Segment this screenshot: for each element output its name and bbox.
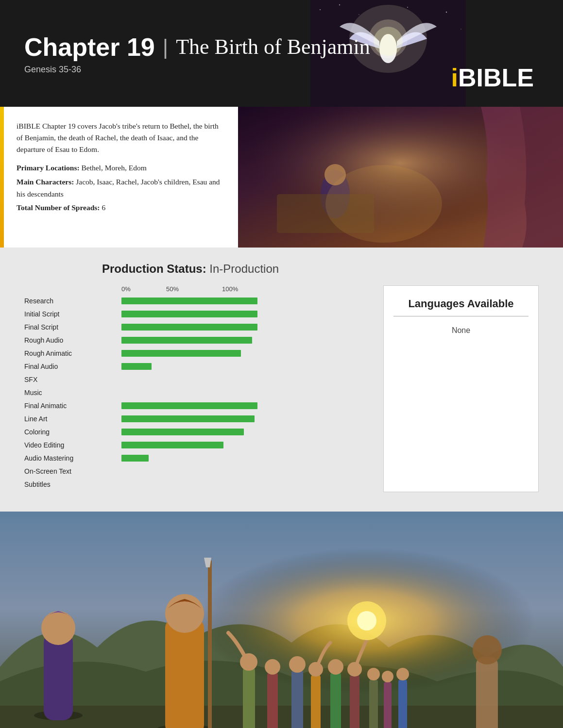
bar-row: Video Editing	[24, 440, 369, 450]
bar-row: Final Script	[24, 322, 369, 332]
svg-rect-45	[476, 657, 498, 728]
axis-0pct: 0%	[121, 285, 166, 293]
bar-row: Music	[24, 387, 369, 398]
bar-row: On-Screen Text	[24, 466, 369, 477]
bar-track	[121, 481, 257, 488]
logo-text: iBIBLE	[451, 63, 534, 92]
bar-track	[121, 429, 257, 435]
bar-fill	[121, 455, 149, 462]
bars-container: ResearchInitial ScriptFinal ScriptRough …	[24, 296, 369, 490]
svg-rect-37	[350, 674, 359, 728]
bar-row: Audio Mastering	[24, 453, 369, 463]
bar-track	[121, 402, 257, 409]
bar-track	[121, 415, 257, 422]
bar-label: Line Art	[24, 415, 121, 423]
bar-label: Coloring	[24, 428, 121, 436]
svg-rect-33	[311, 674, 321, 728]
bar-track	[121, 442, 257, 448]
svg-point-4	[407, 7, 408, 8]
description-text-panel: iBIBLE Chapter 19 covers Jacob's tribe's…	[0, 107, 238, 248]
svg-point-3	[358, 14, 359, 15]
chart-axis: 0% 50% 100%	[121, 285, 369, 293]
bar-track	[121, 337, 257, 344]
languages-divider	[393, 316, 529, 316]
primary-locations-row: Primary Locations: Bethel, Moreh, Edom	[17, 162, 222, 174]
header-text-block: Chapter 19 | The Birth of Benjamin Genes…	[0, 18, 394, 89]
bar-track	[121, 324, 257, 331]
main-characters-row: Main Characters: Jacob, Isaac, Rachel, J…	[17, 176, 222, 200]
svg-point-32	[289, 656, 306, 673]
bar-track	[121, 363, 257, 370]
bar-fill	[121, 298, 257, 304]
description-art-inner	[238, 107, 563, 248]
ibible-logo: iBIBLE	[451, 63, 534, 92]
bar-fill	[121, 415, 255, 422]
bar-label: Final Audio	[24, 363, 121, 370]
bar-row: Line Art	[24, 414, 369, 424]
bar-fill	[121, 402, 257, 409]
bar-track	[121, 376, 257, 383]
chapter-title: Chapter 19 | The Birth of Benjamin	[24, 33, 370, 62]
bar-fill	[121, 337, 252, 344]
svg-point-44	[396, 668, 409, 680]
svg-point-48	[357, 611, 376, 630]
bar-row: Coloring	[24, 427, 369, 437]
bar-fill	[121, 429, 244, 435]
bar-label: Subtitles	[24, 480, 121, 488]
svg-point-46	[473, 635, 502, 664]
bar-row: Final Animatic	[24, 400, 369, 411]
bar-track	[121, 468, 257, 475]
bar-fill	[121, 324, 257, 331]
primary-locations-label: Primary Locations:	[17, 164, 80, 172]
chapter-name: The Birth of Benjamin	[176, 34, 370, 59]
bar-fill	[121, 311, 257, 317]
bar-fill	[121, 442, 223, 448]
production-status-value: In-Production	[209, 262, 279, 275]
bar-track	[121, 350, 257, 357]
svg-rect-27	[243, 667, 255, 728]
description-illustration	[238, 107, 563, 248]
bar-row: Rough Audio	[24, 335, 369, 346]
bar-row: Final Audio	[24, 361, 369, 372]
svg-point-40	[367, 668, 380, 680]
languages-title: Languages Available	[393, 298, 529, 310]
axis-50pct: 50%	[166, 285, 222, 293]
production-title: Production Status: In-Production	[102, 262, 539, 276]
bar-label: Rough Animatic	[24, 349, 121, 357]
bar-track	[121, 298, 257, 304]
bottom-illustration	[0, 512, 563, 728]
bar-label: Audio Mastering	[24, 454, 121, 462]
logo-i: i	[451, 64, 458, 92]
bar-fill	[121, 363, 152, 370]
bar-row: Research	[24, 296, 369, 306]
svg-point-5	[446, 12, 447, 13]
svg-rect-26	[208, 560, 212, 728]
bar-row: Initial Script	[24, 309, 369, 319]
languages-value: None	[393, 326, 529, 335]
description-section: iBIBLE Chapter 19 covers Jacob's tribe's…	[0, 107, 563, 248]
left-accent-bar	[0, 107, 4, 248]
total-spreads-label: Total Number of Spreads:	[17, 203, 100, 212]
total-spreads-row: Total Number of Spreads: 6	[17, 202, 222, 214]
bar-label: Music	[24, 389, 121, 397]
production-section: Production Status: In-Production 0% 50% …	[0, 248, 563, 512]
logo-rest: BIBLE	[458, 64, 534, 92]
svg-point-22	[41, 611, 75, 645]
description-body: iBIBLE Chapter 19 covers Jacob's tribe's…	[17, 120, 222, 155]
production-title-label: Production Status:	[102, 262, 206, 275]
bar-label: Rough Audio	[24, 336, 121, 344]
svg-point-16	[325, 165, 442, 243]
bar-label: Final Animatic	[24, 402, 121, 410]
svg-point-36	[328, 659, 343, 675]
title-divider: |	[163, 35, 168, 59]
bar-track	[121, 311, 257, 317]
axis-100pct: 100%	[222, 285, 238, 293]
bar-row: SFX	[24, 374, 369, 385]
svg-point-6	[461, 29, 461, 30]
svg-rect-39	[369, 679, 378, 728]
languages-panel: Languages Available None	[383, 285, 539, 492]
bar-label: SFX	[24, 376, 121, 383]
primary-locations-value: Bethel, Moreh, Edom	[81, 164, 146, 172]
bar-label: On-Screen Text	[24, 467, 121, 475]
bar-label: Initial Script	[24, 310, 121, 318]
